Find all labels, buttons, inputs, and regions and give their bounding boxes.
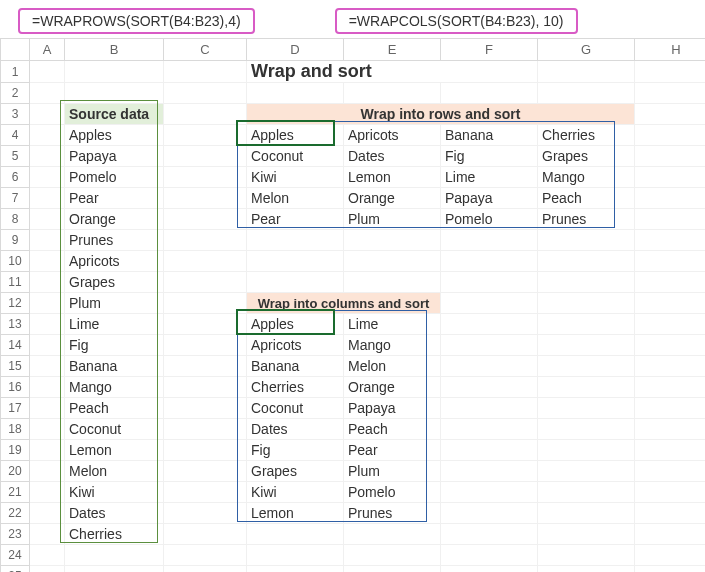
col-header[interactable]: A <box>30 39 65 61</box>
cell[interactable]: Coconut <box>65 419 164 440</box>
cell[interactable]: Apples <box>65 125 164 146</box>
cell[interactable]: Dates <box>65 503 164 524</box>
cell[interactable]: Orange <box>344 377 441 398</box>
row-header[interactable]: 14 <box>1 335 30 356</box>
grid[interactable]: A B C D E F G H 1 Wrap and sort 2 3 Sour… <box>0 38 705 572</box>
row-header[interactable]: 22 <box>1 503 30 524</box>
cell[interactable]: Prunes <box>538 209 635 230</box>
cell[interactable]: Peach <box>344 419 441 440</box>
row-header[interactable]: 15 <box>1 356 30 377</box>
cell[interactable]: Kiwi <box>247 167 344 188</box>
cell[interactable]: Kiwi <box>247 482 344 503</box>
cell[interactable]: Orange <box>65 209 164 230</box>
row-header[interactable]: 9 <box>1 230 30 251</box>
cell[interactable]: Kiwi <box>65 482 164 503</box>
row-header[interactable]: 19 <box>1 440 30 461</box>
cell[interactable]: Banana <box>441 125 538 146</box>
cell[interactable]: Lime <box>441 167 538 188</box>
cell[interactable]: Grapes <box>538 146 635 167</box>
cell[interactable]: Coconut <box>247 146 344 167</box>
col-header[interactable]: E <box>344 39 441 61</box>
cell[interactable]: Lime <box>344 314 441 335</box>
row-header[interactable]: 23 <box>1 524 30 545</box>
row-header[interactable]: 12 <box>1 293 30 314</box>
cell[interactable]: Pomelo <box>344 482 441 503</box>
cell[interactable]: Mango <box>65 377 164 398</box>
row-header[interactable]: 17 <box>1 398 30 419</box>
cell[interactable]: Lemon <box>65 440 164 461</box>
col-header[interactable]: H <box>635 39 706 61</box>
row-header[interactable]: 18 <box>1 419 30 440</box>
cell[interactable]: Banana <box>247 356 344 377</box>
col-header[interactable]: G <box>538 39 635 61</box>
col-header[interactable]: C <box>164 39 247 61</box>
cell[interactable]: Pear <box>344 440 441 461</box>
row-header[interactable]: 3 <box>1 104 30 125</box>
row-header[interactable]: 24 <box>1 545 30 566</box>
cell[interactable]: Cherries <box>65 524 164 545</box>
row-header[interactable]: 11 <box>1 272 30 293</box>
cell[interactable]: Lemon <box>247 503 344 524</box>
cell[interactable]: Dates <box>247 419 344 440</box>
spreadsheet[interactable]: A B C D E F G H 1 Wrap and sort 2 3 Sour… <box>0 38 705 572</box>
formula-wraprows: =WRAPROWS(SORT(B4:B23),4) <box>18 8 255 34</box>
cell[interactable]: Mango <box>538 167 635 188</box>
col-header[interactable]: F <box>441 39 538 61</box>
cell[interactable]: Lime <box>65 314 164 335</box>
cell[interactable]: Plum <box>344 209 441 230</box>
cell[interactable]: Melon <box>344 356 441 377</box>
cell[interactable]: Coconut <box>247 398 344 419</box>
page-title: Wrap and sort <box>247 61 538 83</box>
cell[interactable]: Peach <box>538 188 635 209</box>
cell[interactable]: Banana <box>65 356 164 377</box>
row-header[interactable]: 13 <box>1 314 30 335</box>
col-header[interactable]: B <box>65 39 164 61</box>
row-header[interactable]: 8 <box>1 209 30 230</box>
cell[interactable]: Plum <box>344 461 441 482</box>
cell[interactable]: Fig <box>441 146 538 167</box>
cell[interactable]: Melon <box>65 461 164 482</box>
cell[interactable]: Cherries <box>538 125 635 146</box>
cell[interactable]: Pomelo <box>441 209 538 230</box>
cell[interactable]: Lemon <box>344 167 441 188</box>
select-all-corner[interactable] <box>1 39 30 61</box>
cell[interactable]: Prunes <box>65 230 164 251</box>
cell[interactable]: Peach <box>65 398 164 419</box>
cell[interactable]: Grapes <box>65 272 164 293</box>
cell[interactable]: Cherries <box>247 377 344 398</box>
row-header[interactable]: 1 <box>1 61 30 83</box>
cell[interactable]: Dates <box>344 146 441 167</box>
cell[interactable]: Papaya <box>344 398 441 419</box>
source-header: Source data <box>65 104 164 125</box>
cell[interactable]: Apples <box>247 125 344 146</box>
row-header[interactable]: 6 <box>1 167 30 188</box>
cell[interactable]: Prunes <box>344 503 441 524</box>
row-header[interactable]: 10 <box>1 251 30 272</box>
cell[interactable]: Fig <box>247 440 344 461</box>
cell[interactable]: Mango <box>344 335 441 356</box>
cell[interactable]: Plum <box>65 293 164 314</box>
row-header[interactable]: 5 <box>1 146 30 167</box>
row-header[interactable]: 7 <box>1 188 30 209</box>
cell[interactable]: Apricots <box>247 335 344 356</box>
cell[interactable]: Grapes <box>247 461 344 482</box>
cell[interactable]: Pear <box>65 188 164 209</box>
col-header[interactable]: D <box>247 39 344 61</box>
cell[interactable]: Papaya <box>441 188 538 209</box>
row-header[interactable]: 20 <box>1 461 30 482</box>
cell[interactable]: Fig <box>65 335 164 356</box>
cell[interactable]: Pear <box>247 209 344 230</box>
cell[interactable]: Apricots <box>65 251 164 272</box>
row-header[interactable]: 16 <box>1 377 30 398</box>
row-header[interactable]: 4 <box>1 125 30 146</box>
cell[interactable]: Apricots <box>344 125 441 146</box>
wraprows-header: Wrap into rows and sort <box>247 104 635 125</box>
cell[interactable]: Pomelo <box>65 167 164 188</box>
cell[interactable]: Papaya <box>65 146 164 167</box>
row-header[interactable]: 2 <box>1 83 30 104</box>
cell[interactable]: Orange <box>344 188 441 209</box>
cell[interactable]: Melon <box>247 188 344 209</box>
row-header[interactable]: 21 <box>1 482 30 503</box>
row-header[interactable]: 25 <box>1 566 30 573</box>
cell[interactable]: Apples <box>247 314 344 335</box>
